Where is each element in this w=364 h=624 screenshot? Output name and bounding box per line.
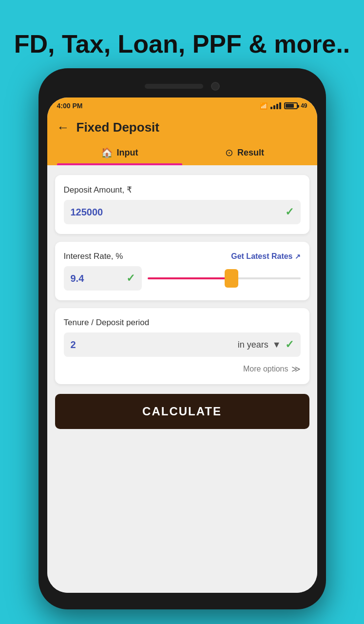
deposit-input-row[interactable]: 125000 ✓: [64, 200, 301, 224]
more-options-label: More options: [243, 365, 288, 373]
tenure-unit-text: in years: [238, 340, 268, 350]
interest-header: Interest Rate, % Get Latest Rates ↗: [64, 252, 301, 261]
tenure-value[interactable]: 2: [71, 339, 180, 351]
interest-slider[interactable]: [148, 269, 301, 288]
interest-card: Interest Rate, % Get Latest Rates ↗ 9.4 …: [55, 242, 309, 300]
external-link-icon: ↗: [295, 253, 301, 260]
status-icons: 📶 49: [260, 102, 307, 110]
tenure-input-row[interactable]: 2 in years ▼ ✓: [64, 332, 301, 357]
back-button[interactable]: ←: [57, 120, 70, 135]
phone-wrapper: 4:00 PM 📶 49: [38, 68, 326, 609]
phone-screen: 4:00 PM 📶 49: [47, 98, 317, 593]
deposit-card: Deposit Amount, ₹ 125000 ✓: [55, 175, 309, 234]
signal-bar-4: [279, 102, 281, 109]
speaker: [145, 84, 203, 89]
interest-input-area: 9.4 ✓: [64, 266, 301, 291]
tab-input-label: Input: [117, 148, 138, 158]
sim-icon: 📶: [260, 102, 268, 110]
signal-bar-1: [270, 107, 272, 109]
interest-check-icon: ✓: [126, 272, 135, 285]
get-rates-link[interactable]: Get Latest Rates ↗: [231, 252, 300, 261]
header-title: Fixed Deposit: [77, 120, 159, 135]
interest-input-box[interactable]: 9.4 ✓: [64, 266, 142, 291]
tenure-unit-selector[interactable]: in years ▼ ✓: [185, 338, 294, 351]
app-header: ← Fixed Deposit 🏠 Input ⊙ Result: [47, 114, 317, 165]
tab-result[interactable]: ⊙ Result: [182, 142, 307, 165]
tenure-label: Tenure / Deposit period: [64, 318, 301, 328]
tenure-check-icon: ✓: [285, 338, 294, 351]
phone-top-bar: [47, 77, 317, 96]
deposit-value[interactable]: 125000: [71, 207, 280, 218]
status-bar: 4:00 PM 📶 49: [47, 98, 317, 114]
home-icon: 🏠: [101, 147, 113, 158]
interest-value[interactable]: 9.4: [71, 273, 121, 284]
tenure-card: Tenure / Deposit period 2 in years ▼ ✓ M…: [55, 308, 309, 384]
slider-fill: [148, 277, 232, 279]
signal-bar-2: [273, 105, 275, 109]
header-nav: ← Fixed Deposit: [57, 120, 307, 135]
signal-bars: [270, 102, 281, 109]
deposit-check-icon: ✓: [285, 206, 294, 218]
bg-header: FD, Tax, Loan, PPF & more..: [0, 0, 364, 78]
tab-input[interactable]: 🏠 Input: [57, 142, 182, 165]
battery-fill: [286, 104, 294, 108]
tab-bar: 🏠 Input ⊙ Result: [57, 142, 307, 165]
slider-thumb[interactable]: [225, 269, 238, 288]
status-time: 4:00 PM: [57, 102, 83, 110]
deposit-label: Deposit Amount, ₹: [64, 185, 301, 195]
more-options-chevron-icon: ≫: [291, 364, 301, 374]
tab-result-label: Result: [237, 148, 264, 158]
signal-bar-3: [276, 104, 278, 109]
content-area: Deposit Amount, ₹ 125000 ✓ Interest Rate…: [47, 165, 317, 593]
camera: [211, 82, 220, 91]
phone-frame: 4:00 PM 📶 49: [38, 68, 326, 609]
dropdown-arrow-icon[interactable]: ▼: [272, 340, 281, 350]
battery-icon: [284, 102, 298, 109]
app-tagline: FD, Tax, Loan, PPF & more..: [14, 20, 350, 58]
calculate-button[interactable]: CALCULATE: [55, 394, 309, 429]
circle-icon: ⊙: [225, 147, 233, 158]
get-rates-text: Get Latest Rates: [231, 252, 292, 261]
slider-track: [148, 277, 301, 279]
calculate-label: CALCULATE: [142, 405, 222, 418]
interest-label: Interest Rate, %: [64, 252, 123, 261]
battery-level: 49: [301, 102, 307, 109]
more-options-row[interactable]: More options ≫: [64, 364, 301, 374]
